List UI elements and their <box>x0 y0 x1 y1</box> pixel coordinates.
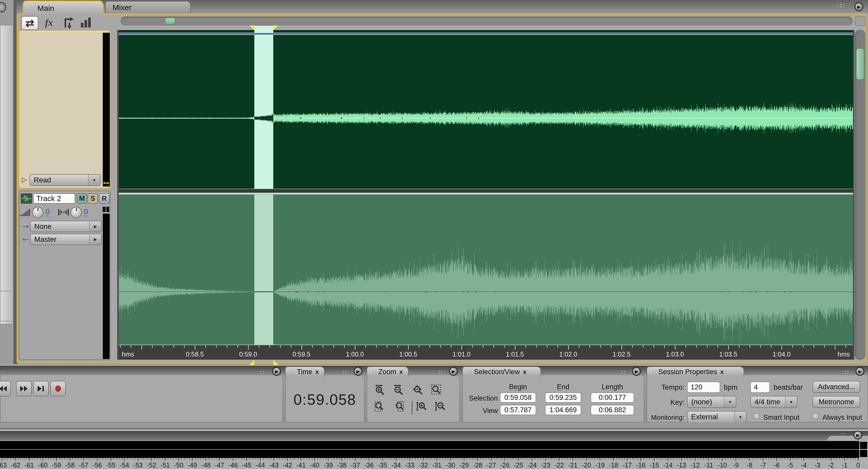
track1-control-panel[interactable] <box>19 30 111 189</box>
advanced-button[interactable]: Advanced... <box>812 381 860 393</box>
rewind-button[interactable] <box>0 381 11 397</box>
view-end-field[interactable] <box>545 405 581 415</box>
panel-menu-button[interactable]: ▶ <box>632 367 641 376</box>
metronome-button[interactable]: Metronome <box>812 396 860 408</box>
track1-waveform[interactable] <box>119 30 853 189</box>
selection-length-field[interactable] <box>591 392 634 403</box>
tab-main[interactable]: ∷ Main <box>23 1 104 15</box>
chevron-right-icon[interactable]: ▶ <box>89 234 101 245</box>
horizontal-scrollbar-thumb[interactable] <box>165 18 175 24</box>
close-icon[interactable]: x <box>399 368 403 375</box>
level-meter-right <box>0 450 859 458</box>
go-to-end-button[interactable] <box>33 381 49 397</box>
panel-menu-button[interactable]: ▶ <box>854 431 862 439</box>
routing-icon[interactable] <box>62 16 75 29</box>
track1-level-meter <box>103 33 110 187</box>
volume-value[interactable]: 0 <box>45 208 50 216</box>
automation-mode-dropdown[interactable]: Read ▼ <box>30 174 101 186</box>
chevron-right-icon[interactable]: ▶ <box>89 221 101 232</box>
tempo-field[interactable] <box>687 381 720 393</box>
meter-bars-icon[interactable] <box>79 16 93 29</box>
volume-knob[interactable] <box>32 207 43 218</box>
close-icon[interactable]: x <box>720 368 723 375</box>
grip-dots-icon: ∷ <box>439 369 442 376</box>
key-label: Key: <box>647 399 684 407</box>
selection-end-field[interactable] <box>545 392 581 403</box>
record-button[interactable] <box>50 381 66 397</box>
horizontal-scrollbar[interactable] <box>121 16 852 25</box>
solo-button[interactable]: S <box>88 193 98 204</box>
zoom-in-horizontal-button[interactable] <box>374 384 386 395</box>
monitoring-dropdown[interactable]: External ▼ <box>687 411 747 423</box>
selection-row-label: Selection <box>464 394 498 402</box>
fast-forward-button[interactable] <box>16 381 32 397</box>
tab-mixer[interactable]: Mixer <box>105 1 191 13</box>
pan-knob[interactable] <box>70 207 82 218</box>
always-input-label: Always Input <box>823 413 862 422</box>
view-length-field[interactable] <box>591 405 634 415</box>
tab-zoom[interactable]: ∷ Zoom x <box>367 366 409 377</box>
panel-menu-button[interactable]: ▶ <box>855 2 863 11</box>
track-divider[interactable] <box>119 189 853 193</box>
tab-selection-view-label: Selection/View <box>474 368 520 376</box>
divider <box>1 291 12 291</box>
column-header-begin: Begin <box>500 383 536 391</box>
view-begin-field[interactable] <box>500 405 536 415</box>
close-icon[interactable]: x <box>523 368 526 375</box>
audio-track-icon <box>21 193 32 204</box>
track2-meter-clip-right <box>106 207 109 212</box>
chevron-down-icon[interactable]: ▼ <box>724 397 736 407</box>
clip-indicators[interactable] <box>859 441 868 458</box>
tab-zoom-label: Zoom <box>378 368 396 376</box>
fx-icon[interactable]: fx <box>42 16 56 29</box>
track-input-dropdown[interactable]: None ▶ <box>30 221 102 232</box>
tab-selection-view[interactable]: ∷ Selection/View x <box>462 366 541 377</box>
beats-per-bar-field[interactable] <box>750 381 770 393</box>
tab-session-properties[interactable]: ∷ Session Properties x <box>647 366 744 377</box>
input-arrow-icon: → <box>21 220 31 230</box>
disclosure-triangle-icon[interactable]: ▷ <box>22 176 27 184</box>
track2-waveform[interactable] <box>119 193 853 345</box>
time-display[interactable]: 0:59.058 <box>285 391 365 408</box>
chevron-down-icon[interactable]: ▼ <box>734 411 746 422</box>
left-panel-surface <box>1 25 13 325</box>
zoom-selection-right-button[interactable] <box>393 401 404 412</box>
record-arm-button[interactable]: R <box>99 193 110 204</box>
track1-meter-mark <box>103 182 106 184</box>
vertical-scrollbar-thumb[interactable] <box>856 48 864 80</box>
pan-value[interactable]: 0 <box>84 208 88 216</box>
grip-dots-icon: ∷ <box>372 368 375 375</box>
zoom-out-full-button[interactable] <box>412 384 424 395</box>
time-signature-dropdown[interactable]: 4/4 time ▼ <box>750 396 798 408</box>
smart-input-radio[interactable] <box>753 413 760 420</box>
panel-menu-button[interactable]: ▶ <box>449 367 458 376</box>
view-row-label: View <box>464 407 498 415</box>
smart-input-label: Smart Input <box>763 413 800 422</box>
zoom-selection-left-button[interactable] <box>374 401 386 412</box>
grip-dots-icon: ∷ <box>467 368 471 375</box>
panel-menu-button[interactable]: ▶ <box>353 367 363 376</box>
selection-begin-field[interactable] <box>500 392 536 403</box>
chevron-down-icon[interactable]: ▼ <box>785 397 797 407</box>
toggle-clip-time-stretch-button[interactable]: ⇄ <box>21 16 38 30</box>
track-output-dropdown[interactable]: Master ▶ <box>30 234 102 245</box>
track-name-input[interactable] <box>33 193 75 204</box>
close-icon[interactable]: x <box>315 368 319 375</box>
zoom-out-vertical-button[interactable] <box>434 401 446 412</box>
panel-menu-button[interactable]: ▶ <box>272 367 281 376</box>
wave-area-right-edge <box>853 30 855 360</box>
zoom-to-selection-button[interactable] <box>430 384 442 395</box>
grip-dots-icon: ∷ <box>845 369 848 376</box>
panel-menu-button[interactable] <box>0 2 6 12</box>
zoom-in-vertical-button[interactable] <box>415 401 427 412</box>
grip-dots-icon: ∷ <box>621 369 625 376</box>
tab-time[interactable]: ∷ Time x <box>285 366 324 377</box>
key-dropdown[interactable]: (none) ▼ <box>687 396 736 408</box>
always-input-radio[interactable] <box>812 413 819 420</box>
timeline-ruler[interactable] <box>119 345 853 360</box>
panel-menu-button[interactable]: ▶ <box>856 367 864 376</box>
zoom-out-horizontal-button[interactable] <box>393 384 404 395</box>
chevron-down-icon[interactable]: ▼ <box>88 175 100 186</box>
automation-mode-value: Read <box>30 176 88 184</box>
mute-button[interactable]: M <box>77 193 87 204</box>
